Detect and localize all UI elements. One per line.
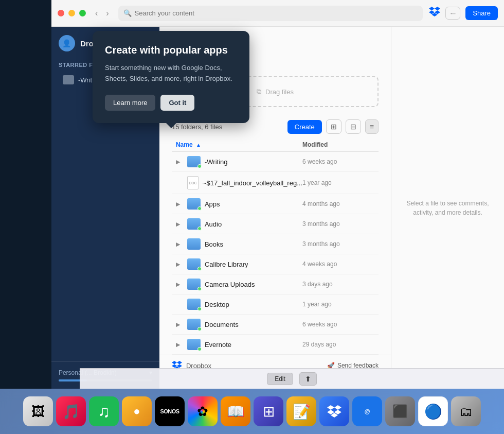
- edit-toolbar-button[interactable]: Edit: [267, 373, 293, 385]
- file-name-text: Desktop: [205, 301, 229, 308]
- spotify-icon: ♫: [98, 402, 110, 421]
- file-name-text: Books: [205, 240, 223, 248]
- modified-cell: 1 year ago: [302, 179, 374, 186]
- photos-icon: ✿: [197, 404, 208, 420]
- dropbox-logo-icon: [429, 7, 440, 20]
- file-name-cell: ▶ Evernote: [176, 339, 302, 350]
- file-name-cell: ▶ Documents: [176, 319, 302, 330]
- popup-description: Start something new with Google Docs, Sh…: [105, 63, 237, 84]
- file-name-cell: ▶ Calibre Library: [176, 258, 302, 270]
- nav-arrows: ‹ ›: [92, 7, 112, 20]
- toolbar-right: Create ⊞ ⊟ ≡: [287, 119, 379, 134]
- storage-icon: 🗂: [459, 404, 473, 420]
- file-name-text: Camera Uploads: [205, 281, 255, 288]
- create-button[interactable]: Create: [287, 120, 322, 134]
- dock-app-books[interactable]: 📖: [221, 396, 250, 426]
- modified-cell: 3 days ago: [302, 281, 374, 288]
- dock-app-dropbox[interactable]: [319, 396, 349, 426]
- list-view-button[interactable]: ≡: [365, 119, 379, 134]
- file-name-cell: ▶ Audio: [176, 218, 302, 230]
- modified-cell: 4 months ago: [302, 200, 374, 207]
- dock-app-sonos[interactable]: SONOS: [155, 396, 185, 426]
- file-name-text: ~$17_fall_indoor_volleyball_reg...: [203, 179, 302, 187]
- modified-cell: 6 weeks ago: [302, 158, 374, 165]
- search-input[interactable]: [135, 9, 418, 17]
- dock-app-finder[interactable]: ●: [122, 396, 152, 426]
- thumbnail-view-button[interactable]: ⊞: [326, 119, 341, 134]
- expand-arrow-icon: ▶: [176, 281, 183, 288]
- vnc-label: @: [365, 408, 370, 414]
- file-name-cell: DOC ~$17_fall_indoor_volleyball_reg...: [176, 176, 302, 189]
- modified-cell: 3 months ago: [302, 220, 374, 228]
- app-area: ‹ › 🔍 ··· Share: [0, 0, 504, 389]
- modified-cell: 6 weeks ago: [302, 321, 374, 328]
- expand-arrow-icon: ▶: [176, 159, 183, 165]
- background-left-bar: [0, 0, 51, 389]
- title-bar-right: ··· Share: [429, 6, 498, 20]
- bottom-toolbar: Edit ⬆: [80, 368, 504, 389]
- got-it-button[interactable]: Got it: [160, 95, 194, 111]
- file-name-text: Calibre Library: [205, 261, 248, 268]
- table-row[interactable]: ▶ Calibre Library 4 weeks ago: [172, 254, 379, 274]
- dock-app-chrome[interactable]: 🔵: [418, 396, 448, 426]
- table-row[interactable]: Desktop 1 year ago: [172, 294, 379, 315]
- file-table: Name ▲ Modified ▶ -Writing 6 weeks ago D…: [159, 138, 391, 355]
- dock-app-preview2[interactable]: ⬛: [385, 396, 415, 426]
- dock-app-notes[interactable]: 📝: [286, 396, 316, 426]
- file-name-text: Documents: [205, 321, 239, 328]
- maximize-button[interactable]: [79, 10, 86, 16]
- dock-app-grid[interactable]: ⊞: [254, 396, 283, 426]
- file-name-text: Apps: [205, 200, 220, 208]
- right-info-panel: Select a file to see comments, activity,…: [391, 27, 504, 389]
- books-icon: 📖: [227, 403, 245, 420]
- title-bar: ‹ › 🔍 ··· Share: [51, 0, 504, 27]
- expand-arrow-icon: ▶: [176, 341, 183, 348]
- dock-app-vnc[interactable]: @: [352, 396, 382, 426]
- modified-cell: 3 months ago: [302, 240, 374, 248]
- preview-icon: 🖼: [31, 404, 45, 420]
- info-hint-text: Select a file to see comments, activity,…: [402, 199, 494, 217]
- expand-arrow-icon: ▶: [176, 201, 183, 207]
- drop-hint-text: Drag files: [265, 88, 294, 96]
- window-controls: [58, 10, 86, 16]
- file-name-cell: ▶ -Writing: [176, 156, 302, 167]
- close-button[interactable]: [58, 10, 64, 16]
- notes-icon: 📝: [293, 403, 311, 420]
- table-row[interactable]: ▶ Evernote 29 days ago: [172, 335, 379, 355]
- file-rows-container: ▶ -Writing 6 weeks ago DOC ~$17_fall_ind…: [172, 152, 379, 355]
- forward-button[interactable]: ›: [103, 7, 112, 20]
- file-name-text: Evernote: [205, 341, 231, 349]
- table-row[interactable]: DOC ~$17_fall_indoor_volleyball_reg... 1…: [172, 172, 379, 194]
- chrome-icon: 🔵: [424, 403, 442, 420]
- more-options-button[interactable]: ···: [445, 7, 460, 20]
- table-row[interactable]: ▶ Documents 6 weeks ago: [172, 315, 379, 335]
- dock-app-storage[interactable]: 🗂: [451, 396, 481, 426]
- expand-arrow-icon: ▶: [176, 241, 183, 248]
- dock-app-spotify[interactable]: ♫: [89, 396, 119, 426]
- expand-arrow-icon: ▶: [176, 321, 183, 328]
- minimize-button[interactable]: [68, 10, 75, 16]
- dock-app-photos[interactable]: ✿: [188, 396, 218, 426]
- share-toolbar-button[interactable]: ⬆: [299, 372, 317, 386]
- table-row[interactable]: ▶ Apps 4 months ago: [172, 194, 379, 214]
- popup-box: Create with popular apps Start something…: [93, 31, 249, 123]
- table-row[interactable]: ▶ -Writing 6 weeks ago: [172, 152, 379, 172]
- file-name-cell: ▶ Camera Uploads: [176, 279, 302, 290]
- share-button[interactable]: Share: [465, 6, 498, 20]
- name-column-header[interactable]: Name ▲: [176, 141, 302, 148]
- share-toolbar-icon: ⬆: [305, 375, 311, 383]
- table-header-row: Name ▲ Modified: [172, 138, 379, 152]
- learn-more-button[interactable]: Learn more: [105, 95, 155, 111]
- drag-icon: ⧉: [257, 88, 261, 96]
- sonos-label: SONOS: [160, 408, 179, 414]
- back-button[interactable]: ‹: [92, 7, 101, 20]
- grid-view-button[interactable]: ⊟: [346, 119, 361, 134]
- modified-column-header: Modified: [302, 141, 374, 148]
- dock-app-music[interactable]: 🎵: [56, 396, 86, 426]
- file-count: 15 folders, 6 files: [172, 123, 222, 131]
- table-row[interactable]: ▶ Books 3 months ago: [172, 234, 379, 254]
- table-row[interactable]: ▶ Audio 3 months ago: [172, 214, 379, 234]
- popup-actions: Learn more Got it: [105, 95, 237, 111]
- dock-app-preview[interactable]: 🖼: [23, 396, 53, 426]
- table-row[interactable]: ▶ Camera Uploads 3 days ago: [172, 274, 379, 294]
